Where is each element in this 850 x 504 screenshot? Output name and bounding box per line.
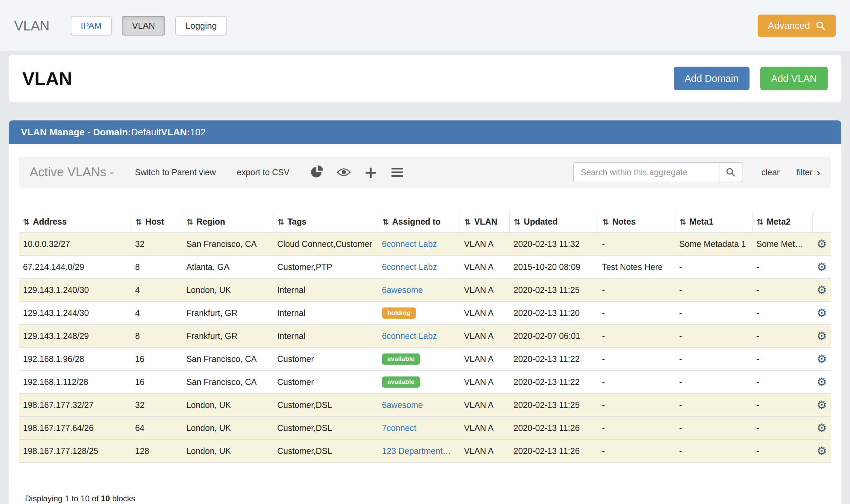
sort-icon: ⇅ <box>278 217 284 226</box>
gear-icon[interactable]: ⚙ <box>816 306 827 320</box>
cell-notes: - <box>598 232 675 255</box>
cell-host: 16 <box>131 347 182 371</box>
gear-icon[interactable]: ⚙ <box>816 375 827 389</box>
cell-vlan: VLAN A <box>460 416 509 439</box>
tab-logging[interactable]: Logging <box>175 16 227 36</box>
cell-vlan: VLAN A <box>460 371 509 393</box>
advanced-search-button[interactable]: Advanced <box>758 15 836 37</box>
assigned-link[interactable]: 6connect Labz <box>382 262 437 272</box>
assigned-link[interactable]: 6awesome <box>382 285 423 294</box>
cell-actions: ⚙ <box>812 439 831 462</box>
cell-meta2: - <box>752 347 812 371</box>
text-segment: 10 <box>101 494 110 503</box>
gear-icon[interactable]: ⚙ <box>816 398 827 412</box>
filter-label: filter <box>797 167 812 177</box>
plus-icon[interactable]: + <box>364 164 377 180</box>
column-header-actions <box>812 211 831 232</box>
text-segment: 102 <box>190 127 206 138</box>
column-header-region[interactable]: ⇅Region <box>182 211 273 232</box>
column-label: Notes <box>612 217 636 226</box>
column-header-tags[interactable]: ⇅Tags <box>273 211 378 232</box>
cell-assigned: 6awesome <box>378 278 460 301</box>
assigned-link[interactable]: 123 Department… <box>382 446 451 456</box>
cell-notes: - <box>598 393 675 416</box>
cell-vlan: VLAN A <box>460 301 509 324</box>
sort-icon: ⇅ <box>679 217 686 226</box>
vlan-manage-panel: VLAN Manage - Domain: Default VLAN: 102 … <box>9 121 841 504</box>
search-button[interactable] <box>720 162 742 182</box>
cell-region: Frankfurt, GR <box>182 301 273 324</box>
assigned-link[interactable]: 6awesome <box>382 400 423 410</box>
tab-ipam[interactable]: IPAM <box>71 16 112 36</box>
cell-meta1: - <box>675 371 752 393</box>
status-badge: available <box>382 377 420 388</box>
cell-meta1: - <box>675 255 752 278</box>
table-row: 192.168.1.112/2816San Francisco, CACusto… <box>19 371 831 393</box>
table-row: 198.167.177.128/25128London, UKCustomer,… <box>19 439 831 462</box>
gear-icon[interactable]: ⚙ <box>816 329 827 343</box>
table-row: 129.143.1.244/304Frankfurt, GRInternalho… <box>19 301 831 324</box>
clear-link[interactable]: clear <box>761 167 780 177</box>
menu-bars <box>391 172 403 173</box>
column-header-host[interactable]: ⇅Host <box>131 211 182 232</box>
column-header-assigned-to[interactable]: ⇅Assigned to <box>378 211 460 232</box>
column-header-meta1[interactable]: ⇅Meta1 <box>675 211 752 232</box>
cell-assigned: available <box>378 371 460 393</box>
cell-host: 16 <box>131 371 182 393</box>
eye-icon[interactable] <box>337 164 351 180</box>
cell-tags: Internal <box>273 278 378 301</box>
assigned-link[interactable]: 6connect Labz <box>382 331 437 341</box>
cell-actions: ⚙ <box>812 324 831 347</box>
assigned-link[interactable]: 6connect Labz <box>382 239 437 249</box>
column-header-notes[interactable]: ⇅Notes <box>598 211 675 232</box>
gear-icon[interactable]: ⚙ <box>816 352 827 366</box>
switch-parent-view-link[interactable]: Switch to Parent view <box>135 167 216 177</box>
column-label: Updated <box>524 217 557 226</box>
search-input[interactable] <box>573 162 720 182</box>
cell-assigned: 6connect Labz <box>378 232 460 255</box>
column-header-updated[interactable]: ⇅Updated <box>510 211 598 232</box>
filter-link[interactable]: filter › <box>797 167 820 178</box>
gear-icon[interactable]: ⚙ <box>816 260 827 274</box>
cell-meta2: Some Met… <box>752 232 812 255</box>
add-vlan-button[interactable]: Add VLAN <box>760 67 828 90</box>
gear-icon[interactable]: ⚙ <box>816 421 827 435</box>
cell-host: 8 <box>131 255 182 278</box>
text-segment: Displaying 1 to 10 of <box>25 494 101 503</box>
column-label: Region <box>197 217 225 226</box>
cell-tags: Internal <box>273 301 378 324</box>
column-label: Meta2 <box>766 217 791 226</box>
gear-icon[interactable]: ⚙ <box>816 237 827 251</box>
pie-chart-icon[interactable] <box>310 164 324 180</box>
column-header-address[interactable]: ⇅Address <box>19 211 131 232</box>
export-csv-link[interactable]: export to CSV <box>237 167 290 177</box>
table-row: 129.143.1.240/304London, UKInternal6awes… <box>19 278 831 301</box>
text-segment: Default <box>131 127 161 138</box>
cell-updated: 2020-02-13 11:20 <box>510 301 598 324</box>
gear-icon[interactable]: ⚙ <box>816 283 827 296</box>
cell-region: London, UK <box>182 278 273 301</box>
cell-tags: Customer,DSL <box>273 416 378 439</box>
assigned-link[interactable]: 7connect <box>382 423 416 433</box>
tab-vlan[interactable]: VLAN <box>122 16 165 36</box>
cell-tags: Customer,DSL <box>273 439 378 462</box>
sort-icon: ⇅ <box>383 217 389 226</box>
cell-updated: 2020-02-13 11:32 <box>510 232 598 255</box>
plus-glyph: + <box>364 165 377 179</box>
cell-assigned: available <box>378 347 460 371</box>
cell-notes: - <box>598 278 675 301</box>
cell-actions: ⚙ <box>812 393 831 416</box>
gear-icon[interactable]: ⚙ <box>816 444 827 458</box>
menu-icon[interactable] <box>390 164 404 180</box>
cell-address: 198.167.177.64/26 <box>19 416 131 439</box>
cell-notes: Test Notes Here <box>598 255 675 278</box>
cell-tags: Cloud Connect,Customer <box>273 232 378 255</box>
cell-meta1: - <box>675 347 752 371</box>
page-title: VLAN <box>22 68 72 89</box>
column-header-vlan[interactable]: ⇅VLAN <box>460 211 509 232</box>
cell-actions: ⚙ <box>812 371 831 393</box>
add-domain-button[interactable]: Add Domain <box>674 67 749 90</box>
sort-icon: ⇅ <box>602 217 609 226</box>
cell-actions: ⚙ <box>812 347 831 371</box>
column-header-meta2[interactable]: ⇅Meta2 <box>752 211 812 232</box>
